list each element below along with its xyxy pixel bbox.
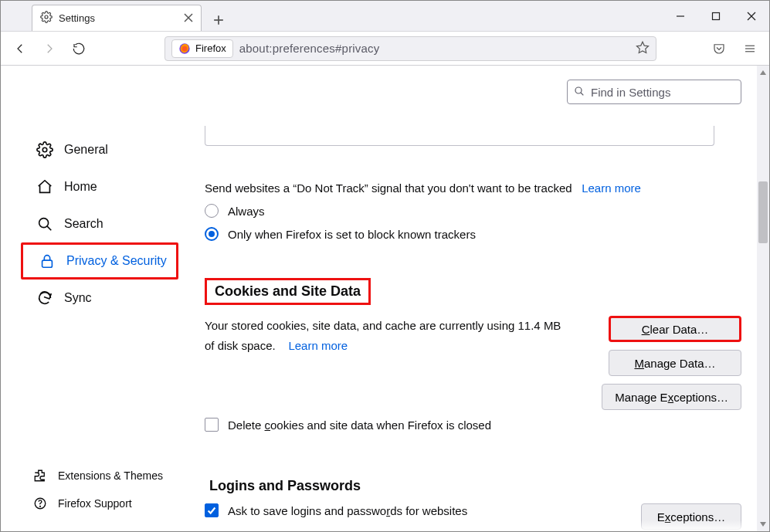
scroll-up-icon[interactable] [757,66,769,80]
sidebar-item-search[interactable]: Search [24,205,178,242]
svg-point-20 [40,506,41,507]
reload-button[interactable] [66,36,92,62]
window-close-button[interactable] [734,1,769,32]
firefox-icon [178,42,191,55]
sidebar-item-extensions[interactable]: Extensions & Themes [24,462,178,490]
gear-icon [40,11,53,25]
cookies-heading: Cookies and Site Data [205,278,371,305]
sidebar-item-label: Home [64,180,97,194]
checkbox-label: Delete cookies and site data when Firefo… [228,418,491,432]
radio-icon [205,204,219,218]
sidebar: General Home Search Privacy & Security S… [1,66,186,531]
dnt-only-block-radio[interactable]: Only when Firefox is set to block known … [205,227,741,241]
search-icon [573,85,585,100]
vertical-scrollbar[interactable] [757,66,769,531]
nav-back-button[interactable] [7,36,33,62]
sidebar-item-label: Sync [64,291,92,305]
sidebar-item-general[interactable]: General [24,131,178,168]
svg-point-16 [39,219,49,228]
ask-save-logins-checkbox[interactable]: Ask to save logins and passwords for web… [205,503,610,517]
window-minimize-button[interactable] [663,1,698,32]
dnt-always-radio[interactable]: Always [205,204,741,218]
toolbar: Firefox about:preferences#privacy [1,32,769,66]
sidebar-item-label: General [64,143,108,157]
radio-label: Always [228,205,265,218]
tab-settings[interactable]: Settings [32,5,202,31]
svg-point-15 [42,147,47,152]
cookies-learn-more-link[interactable]: Learn more [288,339,348,352]
sidebar-item-label: Extensions & Themes [58,469,163,482]
checkbox-icon [205,418,219,432]
scroll-down-icon[interactable] [757,517,769,531]
truncated-field-top [205,126,714,146]
dnt-learn-more-link[interactable]: Learn more [582,181,641,195]
find-in-settings[interactable] [567,80,741,104]
svg-rect-1 [713,13,720,20]
sidebar-item-label: Search [64,217,103,231]
clear-data-button[interactable]: ​Clear Data… [609,316,741,342]
svg-rect-18 [42,260,53,267]
find-input[interactable] [567,80,741,104]
sidebar-item-privacy[interactable]: Privacy & Security [21,242,178,280]
checkbox-label: Ask to save logins and passwords for web… [228,504,467,517]
delete-on-close-checkbox[interactable]: Delete cookies and site data when Firefo… [205,418,741,432]
identity-label: Firefox [195,42,226,54]
tab-title: Settings [59,12,178,24]
bookmark-star-icon[interactable] [636,40,650,56]
svg-line-22 [581,93,583,95]
radio-icon [205,227,219,241]
nav-forward-button[interactable] [36,36,63,62]
sidebar-item-label: Firefox Support [58,497,132,510]
bottom-fade [186,520,769,531]
radio-label: Only when Firefox is set to block known … [228,228,476,241]
app-menu-button[interactable] [737,36,763,62]
manage-exceptions-button[interactable]: Manage Exceptions… [602,384,741,410]
scrollbar-thumb[interactable] [758,181,768,243]
sidebar-item-home[interactable]: Home [24,168,178,205]
url-bar[interactable]: Firefox about:preferences#privacy [165,36,656,61]
svg-point-4 [45,15,48,19]
main-panel: Send websites a “Do Not Track” signal th… [186,66,769,531]
sidebar-item-support[interactable]: Firefox Support [24,490,178,517]
new-tab-button[interactable] [208,9,229,31]
checkbox-icon [205,503,219,517]
logins-heading: Logins and Passwords [209,478,741,494]
svg-marker-11 [637,42,649,53]
window-maximize-button[interactable] [698,1,734,32]
sidebar-item-label: Privacy & Security [66,254,167,268]
svg-line-17 [47,226,51,230]
svg-marker-23 [760,70,766,75]
cookies-description: Your stored cookies, site data, and cach… [205,316,568,355]
sidebar-item-sync[interactable]: Sync [24,280,178,317]
pocket-icon[interactable] [706,36,732,62]
svg-marker-24 [760,522,766,527]
tab-close-button[interactable] [184,12,193,25]
svg-point-10 [182,46,188,51]
site-identity[interactable]: Firefox [171,39,233,58]
url-text: about:preferences#privacy [239,42,629,55]
tab-bar: Settings [1,1,769,32]
svg-point-21 [575,87,582,93]
dnt-description: Send websites a “Do Not Track” signal th… [205,181,741,195]
manage-data-button[interactable]: ​Manage Data… [609,350,741,376]
